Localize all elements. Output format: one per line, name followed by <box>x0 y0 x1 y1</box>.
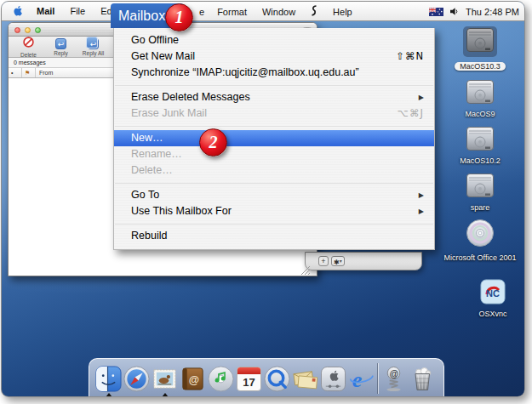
desktop-icon-macos103[interactable]: MacOS10.3 <box>449 26 511 72</box>
desktop-icon-label: MacOS9 <box>449 110 511 118</box>
dock-separator <box>377 363 378 394</box>
ical-icon: 17 <box>237 367 261 391</box>
column-read-status[interactable]: • <box>9 68 22 77</box>
dock-item-mail[interactable] <box>151 361 179 395</box>
dock-item-trash[interactable] <box>408 361 436 395</box>
window-resize-grip[interactable] <box>299 264 311 276</box>
trash-full-icon <box>409 365 436 392</box>
menu-item-delete: Delete… <box>114 162 434 179</box>
annotation-step-2-badge: 2 <box>199 128 227 156</box>
desktop-icon-osxvnc[interactable]: OSXvnc <box>462 278 523 318</box>
finder-icon <box>95 366 122 392</box>
dock-item-system-preferences[interactable] <box>319 361 347 395</box>
menu-separator <box>114 219 434 228</box>
at-spring-icon <box>380 366 407 392</box>
menu-bar: Mail File Edit Vi e Format Window Help <box>2 2 524 21</box>
reply-icon: ↩ <box>55 38 66 49</box>
vnc-app-icon <box>480 279 506 304</box>
envelopes-icon <box>292 367 319 391</box>
desktop-icon-label: spare <box>449 203 511 212</box>
running-indicator <box>162 393 169 397</box>
menu-item-go-to[interactable]: Go To▶ <box>114 187 434 203</box>
menu-separator <box>114 122 434 130</box>
menubar-item-file[interactable]: File <box>62 6 93 16</box>
applescript-icon <box>311 5 317 16</box>
desktop-icon-label: MacOS10.2 <box>449 156 511 165</box>
close-button[interactable] <box>14 27 20 33</box>
menu-item-use-this-mailbox-for[interactable]: Use This Mailbox For▶ <box>114 203 434 219</box>
menu-item-rebuild[interactable]: Rebuild <box>114 228 434 244</box>
running-indicator <box>106 393 112 397</box>
menubar-clock[interactable]: Thu 2:48 PM <box>466 7 519 17</box>
dock-item-stamps[interactable] <box>291 361 319 395</box>
dock-item-finder[interactable] <box>94 361 123 395</box>
dock: 17 <box>89 358 444 396</box>
menu-separator <box>114 179 434 187</box>
desktop-icon-macos9[interactable]: MacOS9 <box>449 78 511 118</box>
desktop-icon-label: Microsoft Office 2001 <box>431 253 525 262</box>
dock-item-internet-explorer[interactable] <box>347 361 375 395</box>
itunes-icon <box>208 366 234 392</box>
menu-item-synchronize[interactable]: Synchronize “IMAP:uqjcitiz@mailbox.uq.ed… <box>114 65 434 81</box>
menu-item-erase-deleted-messages[interactable]: Erase Deleted Messages▶ <box>114 89 434 105</box>
gear-icon: ✱ <box>334 259 340 266</box>
safari-icon <box>123 366 150 392</box>
dock-item-address-book[interactable] <box>179 361 207 395</box>
quicktime-icon <box>264 366 290 392</box>
mailbox-drawer-bottom-bar: + ✱▾ <box>305 252 422 270</box>
menu-item-new[interactable]: New… <box>114 130 434 146</box>
submenu-arrow-icon: ▶ <box>419 187 424 203</box>
mail-stamp-icon <box>152 366 178 392</box>
hard-drive-icon <box>466 79 495 105</box>
add-mailbox-button[interactable]: + <box>318 256 329 266</box>
volume-icon[interactable] <box>450 8 459 15</box>
apple-logo-icon <box>12 5 22 17</box>
menu-separator <box>114 81 434 89</box>
desktop-icon-label: OSXvnc <box>462 310 523 318</box>
desktop-icon-office2001[interactable]: Microsoft Office 2001 <box>431 217 525 262</box>
hard-drive-icon <box>466 27 495 53</box>
dock-item-quicktime[interactable] <box>263 361 291 395</box>
menu-item-go-offline[interactable]: Go Offline <box>114 32 434 48</box>
menubar-item-help[interactable]: Help <box>325 7 360 17</box>
internet-explorer-icon <box>348 366 375 392</box>
desktop-icon-label: MacOS10.3 <box>455 62 506 71</box>
dock-item-at-spring[interactable] <box>380 361 408 395</box>
submenu-arrow-icon: ▶ <box>419 203 424 219</box>
desktop-icon-macos102[interactable]: MacOS10.2 <box>449 125 511 165</box>
menubar-item-message[interactable]: e <box>199 7 209 17</box>
applescript-menu[interactable] <box>303 5 325 18</box>
minimize-button[interactable] <box>25 27 31 33</box>
menubar-item-window[interactable]: Window <box>255 7 303 17</box>
submenu-arrow-icon: ▶ <box>419 89 424 105</box>
reply-all-icon: ↩ <box>88 38 99 49</box>
apple-menu[interactable] <box>2 5 29 17</box>
dock-item-itunes[interactable] <box>207 361 235 395</box>
reply-all-button[interactable]: ↩ Reply All <box>79 38 107 56</box>
dock-item-ical[interactable]: 17 <box>235 361 263 395</box>
address-book-icon <box>180 366 206 392</box>
australian-flag-icon[interactable] <box>429 8 443 16</box>
column-flag[interactable]: ⚑ <box>22 68 36 77</box>
menubar-item-mail[interactable]: Mail <box>29 6 62 16</box>
mailbox-menu: Go Offline Get New Mail⇧⌘N Synchronize “… <box>113 28 435 250</box>
reply-button[interactable]: ↩ Reply <box>47 38 75 56</box>
hard-drive-icon <box>466 173 495 198</box>
desktop: Mail File Edit Vi e Format Window Help <box>1 1 525 397</box>
dock-item-safari[interactable] <box>123 361 151 395</box>
desktop-icon-spare[interactable]: spare <box>449 172 511 212</box>
cd-disc-icon <box>465 218 495 248</box>
menu-item-erase-junk-mail: Erase Junk Mail⌥⌘J <box>114 105 434 122</box>
menu-item-rename: Rename… <box>114 146 434 162</box>
system-preferences-icon <box>320 366 346 392</box>
zoom-button[interactable] <box>35 27 41 33</box>
action-menu-button[interactable]: ✱▾ <box>331 256 345 266</box>
delete-button[interactable]: Delete <box>14 36 43 58</box>
menubar-item-format[interactable]: Format <box>209 7 255 17</box>
annotation-step-1-badge: 1 <box>165 3 193 31</box>
hard-drive-icon <box>466 126 495 151</box>
menu-item-get-new-mail[interactable]: Get New Mail⇧⌘N <box>114 48 434 65</box>
delete-icon <box>23 37 34 48</box>
